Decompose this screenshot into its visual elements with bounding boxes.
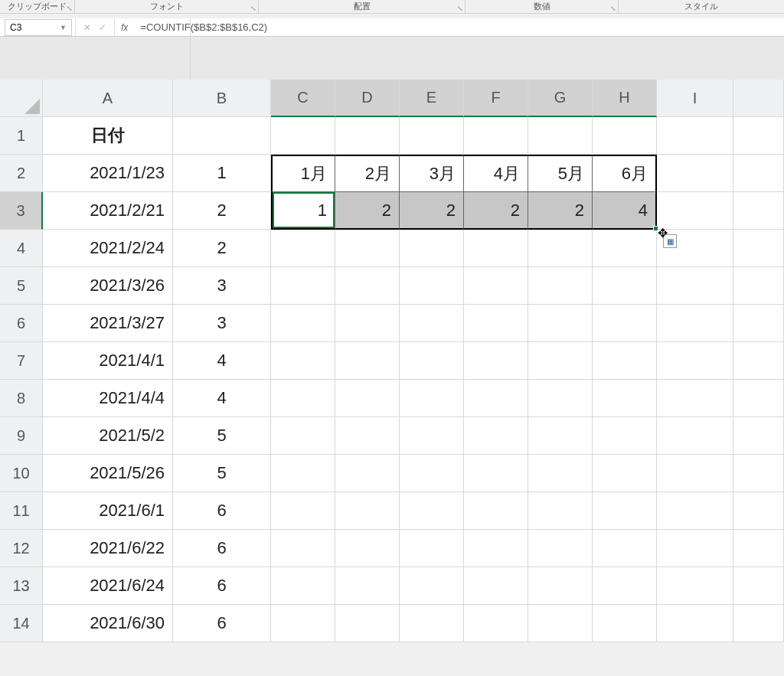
dialog-launcher-icon[interactable]: ⤡	[67, 5, 73, 12]
cell-A3[interactable]: 2021/2/21	[43, 192, 173, 230]
cell-I7[interactable]	[657, 342, 733, 380]
cell-A14[interactable]: 2021/6/30	[43, 605, 173, 642]
col-header-A[interactable]: A	[43, 80, 173, 117]
cell-C10[interactable]	[271, 455, 335, 492]
cell-I6[interactable]	[657, 305, 733, 342]
cell-A4[interactable]: 2021/2/24	[43, 230, 173, 267]
cell-J1[interactable]	[733, 117, 784, 155]
dialog-launcher-icon[interactable]: ⤡	[610, 5, 616, 12]
row-header-11[interactable]: 11	[0, 492, 43, 530]
cell-A6[interactable]: 2021/3/27	[43, 305, 173, 342]
select-all-corner[interactable]	[0, 80, 43, 117]
cell-G14[interactable]	[528, 605, 593, 642]
cell-H12[interactable]	[593, 530, 657, 567]
cell-C11[interactable]	[271, 492, 335, 530]
cell-J11[interactable]	[733, 492, 784, 530]
cell-B14[interactable]: 6	[173, 605, 271, 642]
row-header-8[interactable]: 8	[0, 380, 43, 417]
cell-E4[interactable]	[400, 230, 464, 267]
cell-J13[interactable]	[733, 567, 784, 605]
cell-C8[interactable]	[271, 380, 335, 417]
cell-E1[interactable]	[400, 117, 464, 155]
cell-I11[interactable]	[657, 492, 733, 530]
cell-A10[interactable]: 2021/5/26	[43, 455, 173, 492]
cell-A8[interactable]: 2021/4/4	[43, 380, 173, 417]
cell-J7[interactable]	[733, 342, 784, 380]
cell-F6[interactable]	[464, 305, 528, 342]
cell-D1[interactable]	[335, 117, 400, 155]
row-header-3[interactable]: 3	[0, 192, 43, 230]
cell-A2[interactable]: 2021/1/23	[43, 155, 173, 192]
cell-I3[interactable]	[657, 192, 733, 230]
cell-G13[interactable]	[528, 567, 593, 605]
cell-F14[interactable]	[464, 605, 528, 642]
cell-D2[interactable]: 2月	[335, 155, 400, 192]
cell-B13[interactable]: 6	[173, 567, 271, 605]
cell-C5[interactable]	[271, 267, 335, 305]
cell-F11[interactable]	[464, 492, 528, 530]
cell-H6[interactable]	[593, 305, 657, 342]
cell-G12[interactable]	[528, 530, 593, 567]
cell-F4[interactable]	[464, 230, 528, 267]
cell-F1[interactable]	[464, 117, 528, 155]
cell-C9[interactable]	[271, 417, 335, 455]
cell-J5[interactable]	[733, 267, 784, 305]
row-header-4[interactable]: 4	[0, 230, 43, 267]
row-header-2[interactable]: 2	[0, 155, 43, 192]
cell-A11[interactable]: 2021/6/1	[43, 492, 173, 530]
col-header-G[interactable]: G	[528, 80, 593, 117]
cell-A13[interactable]: 2021/6/24	[43, 567, 173, 605]
cell-I13[interactable]	[657, 567, 733, 605]
cell-F2[interactable]: 4月	[464, 155, 528, 192]
cell-I2[interactable]	[657, 155, 733, 192]
cell-A9[interactable]: 2021/5/2	[43, 417, 173, 455]
cell-E9[interactable]	[400, 417, 464, 455]
cell-H4[interactable]	[593, 230, 657, 267]
row-header-10[interactable]: 10	[0, 455, 43, 492]
cell-B9[interactable]: 5	[173, 417, 271, 455]
cell-H8[interactable]	[593, 380, 657, 417]
cell-I14[interactable]	[657, 605, 733, 642]
cell-F10[interactable]	[464, 455, 528, 492]
row-header-13[interactable]: 13	[0, 567, 43, 605]
cell-G7[interactable]	[528, 342, 593, 380]
cell-J10[interactable]	[733, 455, 784, 492]
cell-C3[interactable]: 1	[271, 192, 335, 230]
cell-E3[interactable]: 2	[400, 192, 464, 230]
cell-D11[interactable]	[335, 492, 400, 530]
cell-F5[interactable]	[464, 267, 528, 305]
dialog-launcher-icon[interactable]: ⤡	[250, 5, 256, 12]
cell-C12[interactable]	[271, 530, 335, 567]
ribbon-group-styles[interactable]: スタイル	[619, 0, 784, 13]
cell-J8[interactable]	[733, 380, 784, 417]
ribbon-group-number[interactable]: 数値 ⤡	[466, 0, 619, 13]
cell-D8[interactable]	[335, 380, 400, 417]
ribbon-group-font[interactable]: フォント ⤡	[75, 0, 259, 13]
cell-G9[interactable]	[528, 417, 593, 455]
cell-E13[interactable]	[400, 567, 464, 605]
spreadsheet-grid[interactable]: A B C D E F G H I 1 日付 2 2021/1/23 1 1月 …	[0, 80, 784, 642]
cell-E7[interactable]	[400, 342, 464, 380]
cell-F3[interactable]: 2	[464, 192, 528, 230]
cell-I12[interactable]	[657, 530, 733, 567]
cell-A1[interactable]: 日付	[43, 117, 173, 155]
cell-D4[interactable]	[335, 230, 400, 267]
cell-H9[interactable]	[593, 417, 657, 455]
chevron-down-icon[interactable]: ▼	[60, 24, 67, 31]
cell-B5[interactable]: 3	[173, 267, 271, 305]
cell-B10[interactable]: 5	[173, 455, 271, 492]
cell-J9[interactable]	[733, 417, 784, 455]
col-header-I[interactable]: I	[657, 80, 733, 117]
cell-H14[interactable]	[593, 605, 657, 642]
cell-A7[interactable]: 2021/4/1	[43, 342, 173, 380]
cell-B1[interactable]	[173, 117, 271, 155]
cell-C14[interactable]	[271, 605, 335, 642]
cell-A5[interactable]: 2021/3/26	[43, 267, 173, 305]
cell-E8[interactable]	[400, 380, 464, 417]
row-header-14[interactable]: 14	[0, 605, 43, 642]
cell-G10[interactable]	[528, 455, 593, 492]
cell-C2[interactable]: 1月	[271, 155, 335, 192]
cell-F8[interactable]	[464, 380, 528, 417]
cell-J14[interactable]	[733, 605, 784, 642]
cell-G6[interactable]	[528, 305, 593, 342]
